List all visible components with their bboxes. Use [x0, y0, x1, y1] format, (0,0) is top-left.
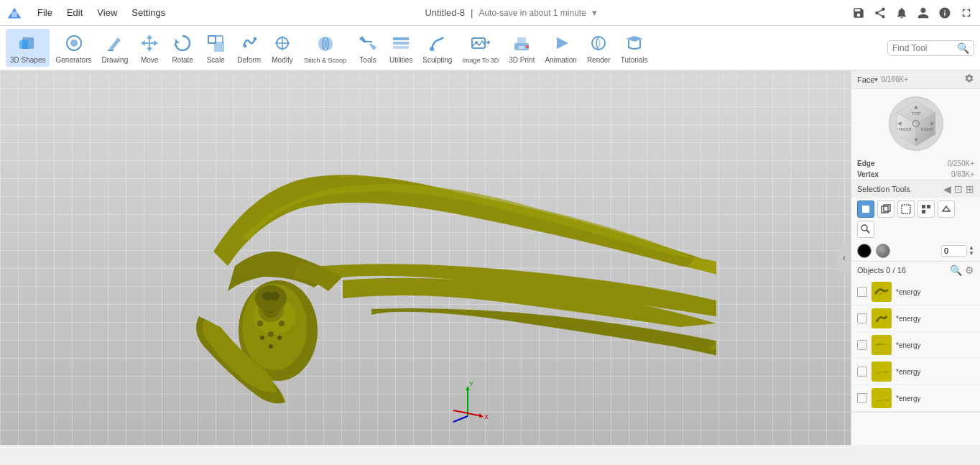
obj-checkbox-3[interactable]	[857, 340, 867, 350]
obj-checkbox-2[interactable]	[857, 313, 867, 323]
tool-3d-shapes-label: 3D Shapes	[10, 56, 45, 64]
object-item-1[interactable]: *energy	[851, 279, 980, 305]
axis-indicator: Y X	[446, 380, 489, 423]
tool-modify[interactable]: Modify	[267, 29, 298, 67]
sel-face-btn[interactable]	[857, 201, 874, 218]
svg-rect-71	[902, 205, 910, 213]
tool-tools[interactable]: Tools	[352, 29, 384, 67]
tool-sculpting-label: Sculpting	[422, 56, 452, 64]
view-settings-icon[interactable]	[964, 73, 974, 86]
tool-animation[interactable]: Animation	[540, 29, 581, 67]
menu-view[interactable]: View	[91, 4, 123, 21]
object-item-4[interactable]: *energy	[851, 359, 980, 385]
sel-options-icon[interactable]: ⊡	[954, 183, 963, 195]
rotate-icon	[171, 32, 194, 55]
tool-modify-label: Modify	[272, 56, 292, 64]
sel-grid-icon[interactable]: ⊞	[966, 183, 974, 195]
face-mode-label[interactable]: Face	[857, 75, 874, 84]
viewport[interactable]: Y X ‹	[0, 70, 851, 445]
sel-history-back[interactable]: ◀	[943, 183, 951, 195]
find-tool-search-icon[interactable]: 🔍	[957, 42, 969, 54]
obj-checkbox-4[interactable]	[857, 367, 867, 377]
tool-tutorials[interactable]: Tutorials	[616, 29, 652, 67]
svg-point-48	[269, 292, 279, 300]
selection-tools-label: Selection Tools	[857, 185, 910, 193]
obj-checkbox-1[interactable]	[857, 287, 867, 297]
3d-print-icon	[510, 32, 533, 55]
tool-render-label: Render	[587, 56, 611, 64]
user-icon[interactable]	[915, 5, 931, 21]
menubar: File Edit View Settings Untitled-8 | Aut…	[0, 0, 980, 26]
tool-image-to-3d[interactable]: Image To 3D	[458, 29, 503, 67]
object-item-2[interactable]: *energy	[851, 305, 980, 332]
menu-edit[interactable]: Edit	[61, 4, 88, 21]
svg-rect-13	[244, 45, 246, 47]
material-sphere[interactable]	[876, 244, 890, 258]
svg-text:RIGHT: RIGHT	[920, 127, 933, 132]
objects-header: Objects 0 / 16 🔍 ⚙	[851, 262, 980, 279]
tool-stitch-scoop[interactable]: Stitch & Scoop	[300, 29, 351, 67]
cube-navigator[interactable]: TOP RIGHT FRONT	[851, 89, 980, 158]
svg-rect-23	[393, 37, 409, 40]
z-value-input[interactable]	[941, 245, 967, 257]
find-tool-input[interactable]	[892, 43, 957, 53]
sel-paint-btn[interactable]	[857, 221, 874, 238]
tutorials-icon	[623, 32, 646, 55]
tool-render[interactable]: Render	[583, 29, 615, 67]
tool-move[interactable]: Move	[134, 29, 165, 67]
sculpting-icon	[426, 32, 449, 55]
svg-point-43	[260, 336, 264, 340]
sel-box-btn[interactable]	[938, 201, 955, 218]
bell-icon[interactable]	[894, 5, 910, 21]
selection-tools-header: Selection Tools ◀ ⊡ ⊞	[851, 180, 980, 198]
svg-rect-68	[862, 206, 869, 213]
panel-collapse-button[interactable]: ‹	[838, 244, 851, 272]
obj-thumb-5	[872, 388, 892, 408]
obj-name-5: *energy	[896, 395, 920, 402]
object-item-5[interactable]: *energy	[851, 385, 980, 412]
sel-dotted-btn[interactable]	[897, 201, 915, 218]
tool-scale[interactable]: Scale	[200, 29, 231, 67]
objects-actions: 🔍 ⚙	[950, 264, 974, 276]
tool-deform[interactable]: Deform	[233, 29, 265, 67]
tool-generators-label: Generators	[55, 56, 91, 64]
tool-rotate[interactable]: Rotate	[167, 29, 198, 67]
svg-point-42	[268, 331, 274, 337]
svg-point-6	[70, 40, 78, 47]
autosave-dropdown-icon[interactable]: ▾	[592, 7, 597, 18]
menu-settings[interactable]: Settings	[126, 4, 171, 21]
objects-settings-btn[interactable]: ⚙	[965, 264, 974, 276]
face-mode-dropdown[interactable]: ▾	[874, 75, 878, 83]
obj-name-2: *energy	[896, 315, 920, 323]
object-item-3[interactable]: *energy	[851, 332, 980, 359]
tool-generators[interactable]: Generators	[51, 29, 96, 67]
obj-name-1: *energy	[896, 288, 920, 296]
tool-utilities[interactable]: Utilities	[385, 29, 417, 67]
z-down-btn[interactable]: ▼	[969, 251, 974, 257]
face-count: 0/166K+	[881, 75, 908, 83]
tool-sculpting[interactable]: Sculpting	[418, 29, 456, 67]
render-icon	[587, 32, 610, 55]
objects-search-btn[interactable]: 🔍	[950, 264, 962, 276]
sel-vertex-btn[interactable]	[917, 201, 935, 218]
save-icon[interactable]	[851, 5, 866, 21]
sel-cube-btn[interactable]	[877, 201, 895, 218]
expand-icon[interactable]	[958, 5, 974, 21]
tool-3d-shapes[interactable]: 3D Shapes	[6, 29, 50, 67]
tool-stitch-scoop-label: Stitch & Scoop	[304, 57, 346, 64]
color-swatch[interactable]	[857, 244, 872, 258]
tool-drawing[interactable]: Drawing	[98, 29, 133, 67]
svg-marker-32	[557, 37, 568, 49]
utilities-icon	[389, 32, 412, 55]
toolbar: 3D Shapes Generators Drawing Move	[0, 26, 980, 70]
svg-rect-74	[922, 210, 925, 213]
3d-shapes-icon	[17, 32, 40, 55]
tool-3d-print[interactable]: 3D Print	[504, 29, 539, 67]
info-icon[interactable]	[937, 5, 953, 21]
svg-line-55	[453, 416, 468, 422]
menu-file[interactable]: File	[32, 4, 58, 21]
share-icon[interactable]	[872, 5, 888, 21]
right-panel: Face ▾ 0/166K+	[851, 70, 980, 445]
tool-tools-label: Tools	[359, 56, 376, 64]
obj-checkbox-5[interactable]	[857, 393, 867, 403]
